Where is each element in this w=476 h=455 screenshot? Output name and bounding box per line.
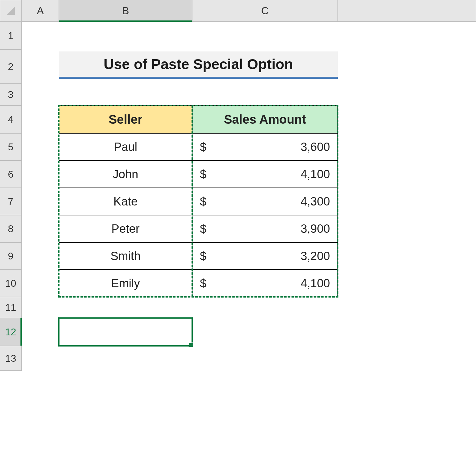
currency-symbol: $ [200,168,206,181]
row-header-13[interactable]: 13 [0,346,22,371]
seller-cell[interactable]: Kate [59,188,192,215]
currency-symbol: $ [200,250,206,263]
row-header-10[interactable]: 10 [0,270,22,297]
table-header-amount-label: Sales Amount [224,113,306,126]
row-header-12[interactable]: 12 [0,318,22,346]
col-header-b[interactable]: B [59,0,192,22]
seller-cell[interactable]: Paul [59,133,192,161]
amount-cell[interactable]: $4,300 [192,188,338,215]
amount-value: 4,100 [301,168,330,181]
col-header-c[interactable]: C [192,0,338,22]
amount-cell[interactable]: $3,900 [192,215,338,242]
currency-symbol: $ [200,222,206,236]
amount-value: 3,200 [301,250,330,263]
seller-cell[interactable]: Peter [59,215,192,242]
select-all-corner[interactable] [0,0,22,22]
row-header-1[interactable]: 1 [0,22,22,50]
seller-cell[interactable]: Smith [59,242,192,270]
col-header-a[interactable]: A [22,0,59,22]
row-header-3[interactable]: 3 [0,84,22,105]
table-header-seller-label: Seller [109,113,143,126]
row-header-5[interactable]: 5 [0,133,22,161]
title-text: Use of Paste Special Option [104,56,293,73]
amount-cell[interactable]: $3,600 [192,133,338,161]
select-all-triangle-icon [7,7,15,15]
svg-marker-0 [7,7,15,15]
amount-cell[interactable]: $3,200 [192,242,338,270]
seller-cell[interactable]: John [59,161,192,188]
row-header-8[interactable]: 8 [0,215,22,242]
table-header-amount[interactable]: Sales Amount [192,105,338,133]
seller-cell[interactable]: Emily [59,270,192,297]
currency-symbol: $ [200,277,206,290]
row-header-7[interactable]: 7 [0,188,22,215]
amount-cell[interactable]: $4,100 [192,270,338,297]
amount-value: 3,600 [301,140,330,154]
gridline [22,371,476,371]
col-header-d[interactable] [338,0,476,22]
row-header-2[interactable]: 2 [0,50,22,84]
spreadsheet: A B C 1 2 3 4 5 6 7 8 9 10 11 12 13 Use … [0,0,476,455]
table-header-seller[interactable]: Seller [59,105,192,133]
row-header-11[interactable]: 11 [0,297,22,318]
amount-cell[interactable]: $4,100 [192,161,338,188]
row-header-4[interactable]: 4 [0,105,22,133]
row-header-6[interactable]: 6 [0,161,22,188]
title-cell[interactable]: Use of Paste Special Option [59,51,338,79]
row-header-9[interactable]: 9 [0,242,22,270]
currency-symbol: $ [200,195,206,208]
amount-value: 4,100 [301,277,330,290]
amount-value: 3,900 [301,222,330,236]
amount-value: 4,300 [301,195,330,208]
currency-symbol: $ [200,140,206,154]
